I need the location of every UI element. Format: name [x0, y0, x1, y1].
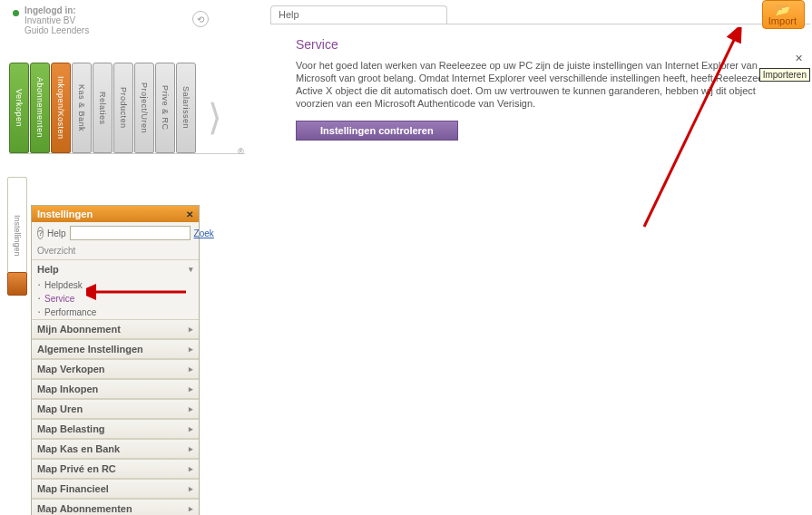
group-map-abonnementen[interactable]: Map Abonnementen▸ — [32, 499, 199, 515]
binder-next-icon[interactable]: ⟩ — [202, 81, 228, 153]
status-dot-icon — [13, 10, 19, 16]
binder-producten[interactable]: Producten — [113, 63, 133, 153]
settings-binder-icon — [7, 272, 27, 296]
login-label: Ingelogd in: — [24, 5, 89, 15]
subitem-performance[interactable]: Performance — [32, 306, 199, 319]
panel-close-icon[interactable]: ✕ — [186, 209, 193, 219]
binder-verkopen[interactable]: Verkopen — [9, 63, 29, 153]
subitem-service[interactable]: Service — [32, 292, 199, 306]
registered-mark: ® — [238, 147, 244, 156]
login-user: Guido Leenders — [24, 25, 89, 35]
chevron-right-icon: ▸ — [189, 464, 193, 473]
group-map-uren[interactable]: Map Uren▸ — [32, 399, 199, 419]
group-map-verkopen[interactable]: Map Verkopen▸ — [32, 359, 199, 379]
check-settings-button[interactable]: Instellingen controleren — [296, 121, 458, 141]
back-icon[interactable]: ⟲ — [192, 11, 209, 27]
chevron-right-icon: ▸ — [189, 484, 193, 493]
breadcrumb-tab[interactable]: Help — [270, 5, 447, 24]
import-button[interactable]: 📂 Import — [762, 0, 805, 29]
help-icon[interactable]: ? — [37, 227, 44, 239]
page-title: Service — [296, 37, 796, 52]
panel-help-row: ? Help Zoek — [32, 222, 199, 244]
close-icon[interactable]: ✕ — [792, 52, 805, 64]
chevron-right-icon: ▸ — [189, 424, 193, 433]
subitem-helpdesk[interactable]: Helpdesk — [32, 278, 199, 292]
help-label: Help — [47, 228, 66, 238]
group-map-inkopen[interactable]: Map Inkopen▸ — [32, 379, 199, 399]
group-map-belasting[interactable]: Map Belasting▸ — [32, 419, 199, 439]
import-icon: 📂 — [775, 3, 790, 15]
chevron-right-icon: ▸ — [189, 325, 193, 334]
group-map-prive[interactable]: Map Privé en RC▸ — [32, 459, 199, 479]
overzicht-label: Overzicht — [32, 244, 199, 260]
group-help[interactable]: Help ▾ — [32, 260, 199, 278]
main-content: 📂 Import ✕ Importeren Service Voor het g… — [270, 24, 810, 513]
service-body: Voor het goed laten werken van Reeleezee… — [296, 59, 788, 110]
group-mijn-abonnement[interactable]: Mijn Abonnement▸ — [32, 319, 199, 339]
binder-relaties[interactable]: Relaties — [93, 63, 113, 153]
binder-salarissen[interactable]: Salarissen — [176, 63, 196, 153]
binder-inkopen[interactable]: Inkopen/Kosten — [51, 63, 71, 153]
chevron-right-icon: ▸ — [189, 345, 193, 354]
chevron-right-icon: ▸ — [189, 444, 193, 453]
group-map-kasbank[interactable]: Map Kas en Bank▸ — [32, 439, 199, 459]
binder-projecturen[interactable]: Project/Uren — [134, 63, 154, 153]
group-algemene[interactable]: Algemene Instellingen▸ — [32, 339, 199, 359]
panel-title-bar: Instellingen ✕ — [32, 206, 199, 222]
binder-kasbank[interactable]: Kas & Bank — [72, 63, 92, 153]
import-tooltip: Importeren — [759, 68, 810, 82]
group-map-financieel[interactable]: Map Financieel▸ — [32, 479, 199, 499]
binder-abonnementen[interactable]: Abonnementen — [30, 63, 50, 153]
chevron-right-icon: ▸ — [189, 384, 193, 394]
zoek-link[interactable]: Zoek — [194, 228, 214, 238]
binder-row: Verkopen Abonnementen Inkopen/Kosten Kas… — [9, 54, 245, 154]
chevron-right-icon: ▸ — [189, 504, 193, 513]
chevron-right-icon: ▸ — [189, 364, 193, 374]
chevron-down-icon: ▾ — [189, 265, 193, 274]
search-input[interactable] — [70, 226, 191, 240]
chevron-right-icon: ▸ — [189, 404, 193, 413]
binder-priverc[interactable]: Prive & RC — [155, 63, 175, 153]
login-company: Invantive BV — [24, 15, 89, 25]
login-info: Ingelogd in: Invantive BV Guido Leenders… — [9, 5, 254, 35]
settings-panel: Instellingen ✕ ? Help Zoek Overzicht Hel… — [31, 205, 200, 515]
panel-title: Instellingen — [37, 209, 93, 219]
